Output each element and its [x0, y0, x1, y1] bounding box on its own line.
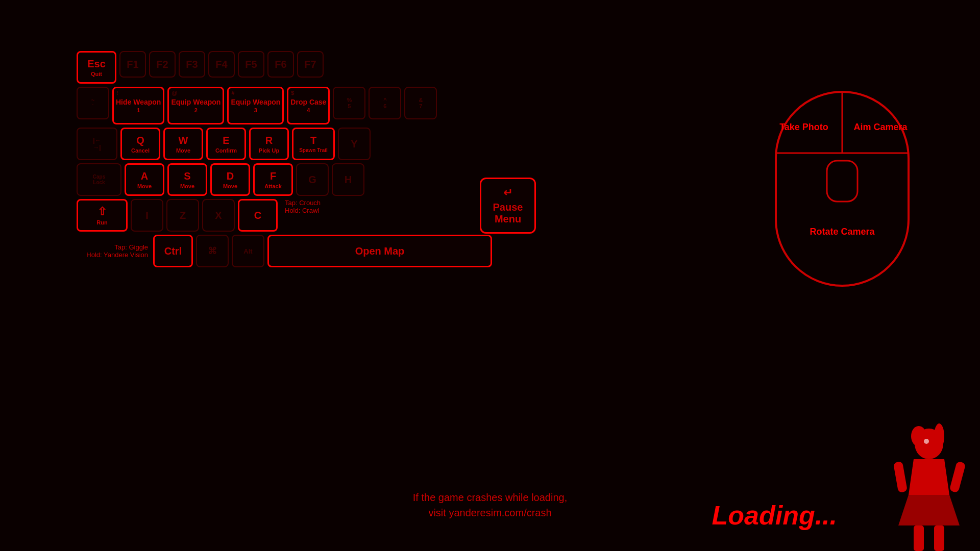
c-key[interactable]: C: [238, 199, 278, 232]
i-key: I: [131, 199, 163, 232]
f2-key: F2: [149, 51, 176, 78]
svg-text:Aim Camera: Aim Camera: [853, 122, 908, 132]
mouse-diagram: Take Photo Aim Camera Rotate Camera: [766, 51, 929, 316]
svg-rect-15: [949, 461, 966, 493]
esc-key[interactable]: Esc Quit: [77, 51, 116, 84]
s-key[interactable]: S Move: [167, 163, 207, 196]
f5-key: F5: [238, 51, 264, 78]
num4-key: $ Drop Case 4: [287, 87, 330, 124]
spacebar-key[interactable]: Open Map: [267, 235, 492, 267]
tilde-key: ~ `: [77, 87, 109, 119]
e-key[interactable]: E Confirm: [206, 128, 246, 160]
f1-key: F1: [119, 51, 146, 78]
svg-marker-11: [898, 495, 960, 525]
keyboard-area: Esc Quit F1 F2 F3 F4 F5 F6 F7 ~ ` ! Hide…: [77, 51, 526, 267]
bottom-text: If the game crashes while loading, visit…: [413, 490, 567, 520]
alt-key: Alt: [232, 235, 264, 267]
asdf-row: Caps Lock A Move S Move D Move F Attack …: [77, 163, 526, 196]
loading-text: Loading...: [712, 500, 837, 531]
x-key: X: [202, 199, 235, 232]
main-container: Esc Quit F1 F2 F3 F4 F5 F6 F7 ~ ` ! Hide…: [0, 0, 980, 551]
num6-key: ^ 6: [369, 87, 401, 119]
svg-rect-13: [934, 525, 944, 551]
svg-text:Take Photo: Take Photo: [779, 122, 828, 132]
num7-key: & 7: [404, 87, 437, 119]
ctrl-row: Tap: Giggle Hold: Yandere Vision Ctrl ⌘ …: [77, 235, 526, 267]
svg-marker-10: [909, 459, 949, 495]
z-key: Z: [166, 199, 199, 232]
f7-key: F7: [297, 51, 324, 78]
tab-key: |← →|: [77, 128, 117, 160]
svg-rect-12: [914, 525, 924, 551]
svg-rect-3: [827, 161, 857, 202]
a-key[interactable]: A Move: [125, 163, 164, 196]
enter-key-area: ↵ Pause Menu: [480, 178, 536, 234]
win-key: ⌘: [196, 235, 229, 267]
character-sprite: [878, 423, 980, 551]
num2-key: @ Equip Weapon 2: [167, 87, 224, 124]
d-key[interactable]: D Move: [210, 163, 250, 196]
number-key-row: ~ ` ! Hide Weapon 1 @ Equip Weapon 2 # E…: [77, 87, 526, 124]
ctrl-key[interactable]: Ctrl: [153, 235, 193, 267]
w-key[interactable]: W Move: [163, 128, 203, 160]
y-key: Y: [338, 128, 371, 160]
f4-key: F4: [208, 51, 235, 78]
g-key: G: [296, 163, 329, 196]
svg-text:Rotate Camera: Rotate Camera: [810, 227, 875, 237]
r-key[interactable]: R Pick Up: [249, 128, 289, 160]
f3-key: F3: [179, 51, 205, 78]
num1-key: ! Hide Weapon 1: [112, 87, 164, 124]
svg-point-8: [911, 426, 926, 446]
q-key[interactable]: Q Cancel: [120, 128, 160, 160]
caps-key: Caps Lock: [77, 163, 121, 196]
f-key[interactable]: F Attack: [253, 163, 293, 196]
num5-key: % 5: [333, 87, 365, 119]
c-key-label: Tap: Crouch Hold: Crawl: [285, 199, 321, 214]
svg-rect-14: [893, 461, 908, 493]
enter-key[interactable]: ↵ Pause Menu: [480, 178, 536, 234]
shift-key[interactable]: ⇧ Run: [77, 199, 128, 232]
svg-point-9: [934, 423, 944, 449]
svg-point-16: [924, 439, 929, 444]
function-key-row: Esc Quit F1 F2 F3 F4 F5 F6 F7: [77, 51, 526, 84]
shift-row: ⇧ Run I Z X C Tap: Crouch Hold: Crawl: [77, 199, 526, 232]
ctrl-label-text: Tap: Giggle Hold: Yandere Vision: [77, 243, 148, 259]
mouse-svg: Take Photo Aim Camera Rotate Camera: [766, 51, 919, 306]
t-key[interactable]: T Spawn Trail: [292, 128, 335, 160]
num3-key: # Equip Weapon 3: [227, 87, 284, 124]
h-key: H: [332, 163, 364, 196]
f6-key: F6: [267, 51, 294, 78]
qwerty-row: |← →| Q Cancel W Move E Confirm R Pick U…: [77, 128, 526, 160]
